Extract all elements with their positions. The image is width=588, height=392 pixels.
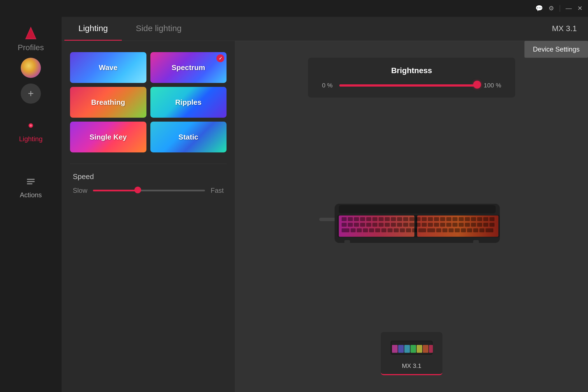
svg-rect-95 <box>423 345 428 353</box>
brightness-box: Brightness 0 % 100 % <box>308 58 515 98</box>
svg-rect-28 <box>422 217 427 221</box>
svg-rect-71 <box>381 228 386 232</box>
svg-rect-41 <box>348 223 353 227</box>
effect-ripples-button[interactable]: Ripples <box>150 87 227 118</box>
svg-rect-68 <box>363 228 368 232</box>
svg-rect-6 <box>27 183 32 184</box>
titlebar: 💬 ⚙ — ✕ <box>0 0 588 17</box>
keyboard-display <box>246 109 577 332</box>
right-panel: Device Settings Brightness 0 % 100 % <box>235 41 588 392</box>
speed-max-label: Fast <box>211 187 224 194</box>
svg-rect-58 <box>452 223 458 227</box>
actions-icon <box>26 177 36 189</box>
speed-section: Speed Slow Fast <box>70 172 227 194</box>
brightness-fill <box>339 84 477 87</box>
effect-wave-button[interactable]: Wave <box>70 52 146 83</box>
speed-track <box>93 190 205 191</box>
brightness-max-label: 100 % <box>484 82 501 89</box>
effect-singlekey-button[interactable]: Single Key <box>70 122 146 152</box>
tab-device[interactable]: MX 3.1 <box>541 17 588 41</box>
svg-rect-75 <box>406 228 411 232</box>
gear-icon[interactable]: ⚙ <box>549 5 554 12</box>
speed-thumb[interactable] <box>134 187 141 193</box>
svg-rect-13 <box>344 240 350 246</box>
svg-rect-21 <box>379 217 384 221</box>
device-thumbnail-svg <box>389 337 434 359</box>
brightness-slider[interactable] <box>339 83 477 87</box>
svg-rect-32 <box>446 217 451 221</box>
device-card-mx31[interactable]: MX 3.1 <box>381 332 442 375</box>
svg-rect-62 <box>477 223 482 227</box>
profile-avatar[interactable] <box>21 58 41 78</box>
device-card-image <box>389 337 434 359</box>
speed-slider[interactable] <box>93 189 205 192</box>
svg-rect-87 <box>486 228 493 232</box>
svg-rect-7 <box>319 218 336 221</box>
effect-breathing-button[interactable]: Breathing <box>70 87 146 118</box>
svg-rect-55 <box>434 223 439 227</box>
device-card-label: MX 3.1 <box>402 362 421 370</box>
svg-rect-22 <box>385 217 390 221</box>
svg-point-3 <box>30 124 32 127</box>
effects-grid: Wave Spectrum ✓ Breathing Ripples Single… <box>70 52 227 152</box>
content-area: Lighting Side lighting MX 3.1 Wave Spect… <box>62 17 588 392</box>
svg-rect-36 <box>471 217 476 221</box>
svg-rect-35 <box>465 217 470 221</box>
svg-rect-77 <box>418 228 426 232</box>
minimize-button[interactable]: — <box>566 5 572 12</box>
svg-rect-94 <box>417 345 422 353</box>
svg-rect-61 <box>471 223 476 227</box>
svg-rect-46 <box>379 223 384 227</box>
svg-rect-60 <box>465 223 470 227</box>
svg-rect-5 <box>27 181 35 182</box>
tab-side-lighting[interactable]: Side lighting <box>122 17 195 41</box>
sidebar-item-actions[interactable]: Actions <box>0 171 62 205</box>
svg-rect-82 <box>455 228 460 232</box>
svg-rect-92 <box>404 345 410 353</box>
lighting-nav-label: Lighting <box>19 135 43 143</box>
brightness-title: Brightness <box>322 66 501 75</box>
effect-static-button[interactable]: Static <box>150 122 227 152</box>
svg-rect-18 <box>360 217 365 221</box>
add-profile-button[interactable]: + <box>21 83 41 104</box>
actions-nav-label: Actions <box>20 191 42 199</box>
svg-rect-96 <box>429 345 433 353</box>
svg-rect-39 <box>489 217 494 221</box>
svg-rect-25 <box>403 217 408 221</box>
svg-rect-54 <box>428 223 433 227</box>
lighting-icon <box>26 120 36 133</box>
svg-rect-53 <box>422 223 427 227</box>
svg-rect-9 <box>339 205 496 214</box>
svg-rect-79 <box>436 228 441 232</box>
brightness-thumb[interactable] <box>473 81 481 89</box>
tab-lighting[interactable]: Lighting <box>64 17 122 41</box>
device-settings-button[interactable]: Device Settings <box>524 41 588 58</box>
svg-rect-40 <box>342 223 347 227</box>
close-button[interactable]: ✕ <box>577 5 582 12</box>
profiles-label: Profiles <box>18 43 44 52</box>
titlebar-divider <box>560 5 560 12</box>
svg-rect-47 <box>385 223 390 227</box>
svg-rect-23 <box>391 217 396 221</box>
svg-rect-38 <box>483 217 488 221</box>
window-controls: 💬 ⚙ — ✕ <box>535 5 582 12</box>
chat-icon[interactable]: 💬 <box>535 5 543 12</box>
device-thumbnail-area: MX 3.1 <box>381 332 442 381</box>
svg-rect-69 <box>369 228 374 232</box>
effect-spectrum-button[interactable]: Spectrum ✓ <box>150 52 227 83</box>
svg-rect-30 <box>434 217 439 221</box>
tab-bar: Lighting Side lighting MX 3.1 <box>62 17 588 41</box>
svg-rect-27 <box>416 217 421 221</box>
svg-rect-51 <box>409 223 414 227</box>
svg-rect-31 <box>440 217 445 221</box>
svg-rect-20 <box>372 217 377 221</box>
svg-rect-15 <box>342 217 347 221</box>
sidebar-item-lighting[interactable]: Lighting <box>0 115 62 149</box>
svg-rect-48 <box>391 223 396 227</box>
selected-checkmark: ✓ <box>216 54 224 62</box>
svg-rect-85 <box>473 228 478 232</box>
svg-marker-1 <box>26 29 35 38</box>
svg-rect-72 <box>388 228 393 232</box>
svg-rect-37 <box>477 217 482 221</box>
speed-min-label: Slow <box>73 187 87 194</box>
